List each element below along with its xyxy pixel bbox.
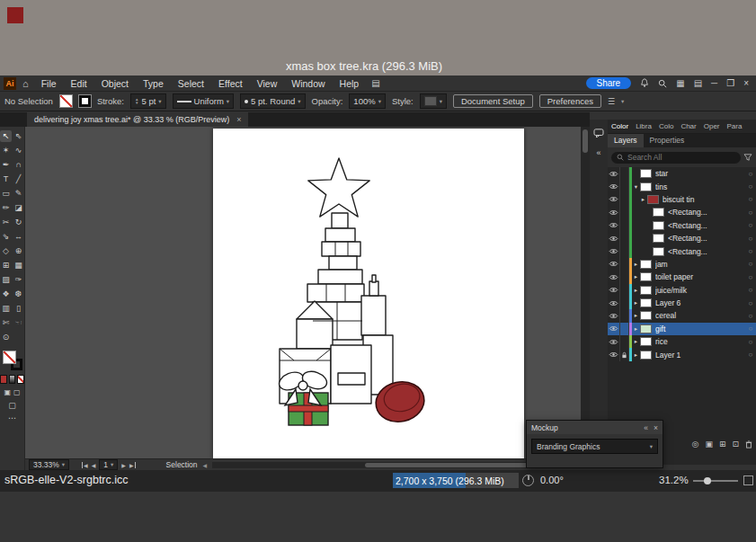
layer-name[interactable]: rice [655,337,745,346]
visibility-toggle[interactable] [608,271,620,283]
close-button[interactable]: × [743,78,749,88]
lock-icon[interactable] [620,244,629,257]
expand-arrow[interactable]: ▸ [632,325,640,333]
color-mode-button[interactable] [0,375,7,384]
mockup-dropdown[interactable]: Branding Graphics ▾ [531,439,658,454]
home-icon[interactable]: ⌂ [22,78,29,89]
scissors-tool[interactable]: ✂ [0,217,12,228]
screen-mode-button[interactable]: ▢ [0,401,24,410]
blend-tool[interactable]: ❖ [0,289,12,300]
layer-name[interactable]: <Rectang... [668,247,745,256]
layer-row[interactable]: ▸ gift ○ [608,323,756,335]
lock-icon[interactable] [620,258,629,271]
lock-icon[interactable] [620,219,629,232]
visibility-toggle[interactable] [608,323,620,335]
layer-row[interactable]: ▸ juice/milk ○ [608,284,756,297]
layer-name[interactable]: Layer 1 [655,351,745,360]
layer-name[interactable]: jam [655,260,745,269]
artboard[interactable] [213,129,524,458]
zoom-slider-thumb[interactable] [704,477,711,484]
workspace-grid-icon[interactable]: ▦ [676,78,684,88]
scroll-left-arrow[interactable]: ◀ [203,462,208,468]
layer-row[interactable]: ▸ cereal ○ [608,309,756,322]
target-circle[interactable]: ○ [745,351,756,359]
visibility-toggle[interactable] [608,219,620,232]
visibility-toggle[interactable] [608,309,620,322]
panel-tab[interactable]: Layers [608,134,644,147]
layer-name[interactable]: star [655,169,745,178]
layer-name[interactable]: biscuit tin [663,195,745,204]
delete-layer-icon[interactable] [745,440,752,449]
draw-normal-icon[interactable]: ▣ [4,388,11,396]
menubar-item[interactable]: View [250,78,285,89]
layer-name[interactable]: Layer 6 [655,298,745,307]
search-input[interactable]: Search All [611,152,741,164]
lock-icon[interactable] [620,271,629,283]
minimize-button[interactable]: ─ [711,78,717,88]
menubar-item[interactable]: Type [136,78,171,89]
target-circle[interactable]: ○ [745,324,756,333]
layer-row[interactable]: ▸ toilet paper ○ [608,271,756,283]
direct-selection-tool[interactable]: ⇖ [13,130,24,142]
layer-name[interactable]: <Rectang... [668,208,745,217]
width-profile-dropdown[interactable]: Uniform ▾ [173,93,235,109]
clipping-mask-icon[interactable]: ▣ [705,440,713,449]
close-panel-icon[interactable]: × [654,423,658,432]
stepper-arrows-icon[interactable]: ▲▼ [135,98,138,105]
visibility-toggle[interactable] [608,180,620,192]
fill-stroke-indicator[interactable] [3,351,22,370]
vertical-scrollbar[interactable] [581,127,590,458]
free-transform-tool[interactable]: ◇ [0,245,12,257]
target-circle[interactable]: ○ [745,195,756,203]
expand-arrow[interactable]: ▸ [632,273,640,280]
menubar-item[interactable]: Select [171,78,211,89]
lock-icon[interactable] [620,348,629,360]
target-circle[interactable]: ○ [745,170,756,178]
layer-thumbnail[interactable] [640,182,652,191]
layer-name[interactable]: <Rectang... [668,221,745,230]
scale-tool[interactable]: ⇘ [0,231,12,243]
menubar-item[interactable]: Effect [211,78,250,89]
pen-tool[interactable]: ✒ [0,159,12,171]
panel-tab[interactable]: Oper [700,122,724,130]
layer-thumbnail[interactable] [653,247,664,256]
symbol-sprayer-tool[interactable]: ❆ [13,289,24,300]
gradient-mode-button[interactable] [9,375,16,384]
slice-t ool[interactable]: ✄ [0,317,12,329]
next-artboard-button[interactable]: ▶ [121,462,126,468]
layer-name[interactable]: cereal [655,311,745,320]
last-artboard-button[interactable]: ▶ [129,462,136,468]
document-setup-button[interactable]: Document Setup [453,94,533,108]
paintbrush-tool[interactable]: ✎ [13,188,24,200]
perspective-grid-tool[interactable]: ⊞ [0,260,12,271]
eraser-tool[interactable]: ◪ [13,202,24,214]
first-artboard-button[interactable]: ◀ [82,462,88,468]
canvas-area[interactable] [25,127,581,458]
document-tab[interactable]: delivering joy xmas tree.ai* @ 33.33 % (… [27,112,248,127]
chevron-down-icon[interactable]: ▾ [621,98,624,105]
lock-icon[interactable] [620,206,629,218]
layer-thumbnail[interactable] [647,195,659,204]
style-dropdown[interactable]: ▾ [420,93,447,109]
layer-name[interactable]: <Rectang... [668,234,745,243]
layer-thumbnail[interactable] [640,311,652,320]
visibility-toggle[interactable] [608,206,620,218]
layer-row[interactable]: ▸ biscuit tin ○ [608,193,756,206]
layer-row[interactable]: <Rectang... ○ [608,244,756,257]
zoom-tool[interactable]: ⊙ [0,332,12,343]
lock-icon[interactable] [620,284,629,297]
rectangle-tool[interactable]: ▭ [0,188,12,200]
scrollbar-thumb[interactable] [583,129,588,153]
previous-artboard-button[interactable]: ◀ [92,462,96,468]
zoom-slider[interactable] [693,480,738,482]
collapse-panel-icon[interactable]: « [644,423,648,432]
panel-tab[interactable]: Char [677,122,699,130]
fill-swatch[interactable] [59,94,73,108]
target-circle[interactable]: ○ [745,260,756,268]
layer-row[interactable]: ▸ rice ○ [608,335,756,348]
collapse-panels-icon[interactable]: « [592,147,605,159]
layer-thumbnail[interactable] [640,286,652,295]
layer-row[interactable]: ▸ jam ○ [608,258,756,271]
close-tab-icon[interactable]: × [236,115,241,124]
target-circle[interactable]: ○ [745,209,756,217]
